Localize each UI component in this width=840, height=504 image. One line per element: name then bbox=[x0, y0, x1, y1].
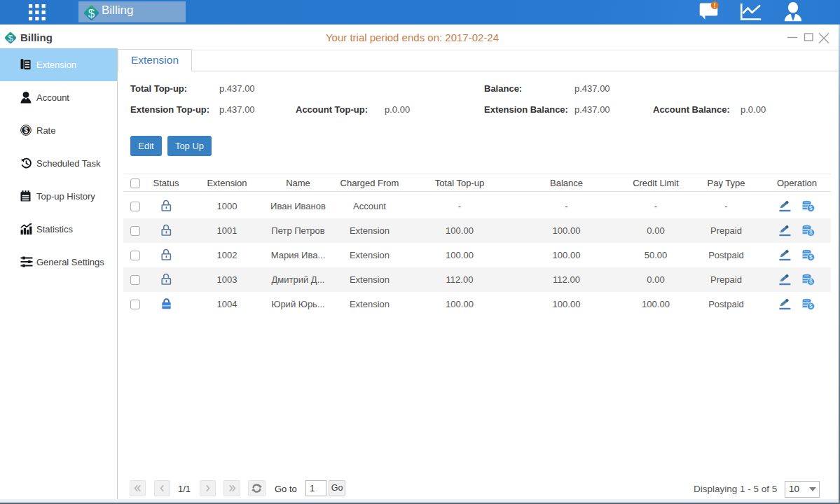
svg-text:$: $ bbox=[24, 127, 28, 134]
svg-text:$: $ bbox=[88, 7, 95, 20]
